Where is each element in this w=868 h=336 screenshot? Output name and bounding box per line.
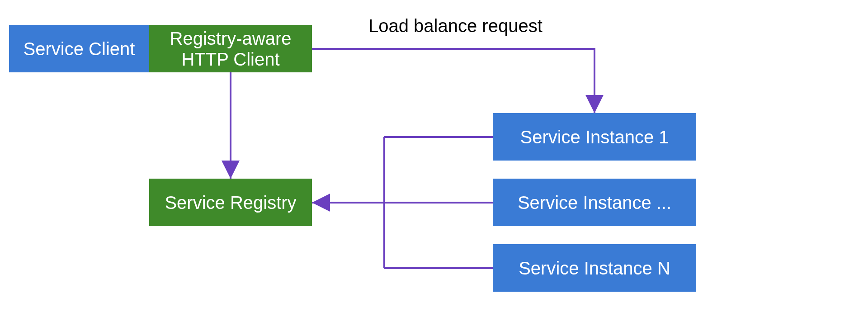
- node-instance-1-label: Service Instance 1: [520, 127, 669, 147]
- edge-instances-to-registry: [312, 137, 493, 268]
- node-instance-n: Service Instance N: [493, 244, 696, 292]
- node-instance-dots-label: Service Instance ...: [518, 192, 671, 213]
- node-instance-n-label: Service Instance N: [519, 258, 670, 279]
- node-instance-1: Service Instance 1: [493, 113, 696, 161]
- node-instance-dots: Service Instance ...: [493, 179, 696, 226]
- node-service-registry-label: Service Registry: [165, 192, 296, 213]
- edge-load-balance: [312, 49, 594, 113]
- node-http-client: Registry-awareHTTP Client: [149, 25, 312, 72]
- node-service-client: Service Client: [9, 25, 149, 72]
- node-service-client-label: Service Client: [24, 38, 135, 59]
- node-http-client-label: Registry-awareHTTP Client: [170, 28, 292, 70]
- edge-label-load-balance: Load balance request: [368, 16, 542, 36]
- node-service-registry: Service Registry: [149, 179, 312, 226]
